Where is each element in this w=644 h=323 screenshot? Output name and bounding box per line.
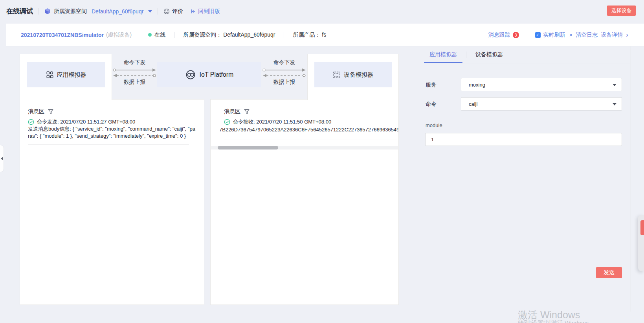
message-entry-status: 命令接收: 2021/07/20 11:51:50 GMT+08:00 (224, 118, 331, 126)
message-entry-status-text: 命令接收: 2021/07/20 11:51:50 GMT+08:00 (233, 118, 331, 126)
message-area-title-text: 消息区 (28, 108, 44, 115)
tab-divider (466, 52, 466, 58)
command-select[interactable]: caiji (461, 97, 622, 111)
iot-platform-box: IoT Platform (157, 62, 261, 87)
device-status: 在线 (148, 31, 165, 39)
command-label: 命令 (426, 101, 437, 108)
message-entry-body: 发送消息body信息: { "service_id": "moxing", "c… (28, 126, 197, 140)
divider (284, 32, 284, 38)
device-list-icon (333, 72, 340, 78)
tabs-bottom-border (424, 63, 630, 63)
resource-space-field-value: DefaultApp_60f6puqr (223, 31, 275, 38)
message-area-title-text: 消息区 (224, 108, 240, 115)
arrows-platform-device: 命令下发 数据上报 (262, 59, 306, 90)
product-field-label: 所属产品： (293, 31, 320, 38)
cube-icon (44, 8, 51, 15)
chevron-down-icon (613, 84, 616, 86)
send-button[interactable]: 发送 (596, 267, 622, 278)
command-down-label: 命令下发 (262, 59, 306, 66)
app-grid-icon (46, 71, 53, 78)
clear-logs-link[interactable]: 清空日志 (576, 31, 598, 39)
panel-separator (418, 46, 418, 312)
close-icon[interactable]: × (569, 31, 573, 38)
message-area-title: 消息区 (28, 108, 53, 115)
message-area-title: 消息区 (224, 108, 250, 115)
filter-icon[interactable] (48, 109, 53, 114)
chevron-down-icon (613, 103, 616, 105)
message-trace-badge: 3 (513, 32, 519, 38)
device-name-link[interactable]: 20210720T034701ZNBSimulator (21, 32, 104, 38)
back-to-old-label: 回到旧版 (198, 8, 220, 15)
module-label: module (426, 122, 442, 128)
app-selector-value: DefaultApp_60f6puqr (92, 8, 143, 15)
message-entry-status-text: 命令发送: 2021/07/20 11:51:27 GMT+08:00 (37, 118, 135, 126)
chevron-right-icon[interactable]: › (626, 31, 628, 39)
back-to-old-link[interactable]: 回到旧版 (190, 8, 220, 15)
service-select[interactable]: moxing (461, 78, 622, 91)
message-trace-link[interactable]: 消息跟踪 (488, 31, 510, 39)
return-icon (190, 9, 196, 14)
device-detail-link[interactable]: 设备详情 (601, 31, 623, 39)
select-device-button[interactable]: 选择设备 (607, 6, 636, 16)
app-message-card: 消息区 命令发送: 2021/07/20 11:51:27 GMT+08:00 … (20, 99, 204, 305)
feedback-handle[interactable] (640, 220, 644, 235)
online-debug-page: 在线调试 所属资源空间 DefaultApp_60f6puqr 评价 回到旧版 … (0, 0, 644, 323)
check-circle-icon (224, 119, 230, 125)
divider (158, 8, 158, 15)
message-entry-status: 命令发送: 2021/07/20 11:51:27 GMT+08:00 (28, 118, 135, 126)
status-dot (148, 33, 152, 37)
top-bar: 在线调试 所属资源空间 DefaultApp_60f6puqr 评价 回到旧版 … (0, 0, 644, 22)
resource-space-label: 所属资源空间 (54, 8, 87, 15)
message-entry-divider (224, 140, 397, 140)
realtime-refresh-label: 实时刷新 (543, 31, 565, 39)
tab-device-simulator[interactable]: 设备模拟器 (472, 46, 507, 63)
filter-icon[interactable] (244, 109, 250, 114)
device-bar-actions: 消息跟踪 3 ✓ 实时刷新 × 清空日志 设备详情 › (488, 31, 628, 39)
divider (174, 32, 174, 38)
divider (39, 8, 39, 15)
app-simulator-box-label: 应用模拟器 (57, 71, 86, 79)
horizontal-scrollbar (211, 146, 398, 150)
tab-app-simulator[interactable]: 应用模拟器 (424, 46, 462, 63)
device-type-label: (虚拟设备) (106, 31, 132, 39)
realtime-refresh-checkbox[interactable]: ✓ 实时刷新 (535, 31, 565, 39)
message-entry-body-hex: 7B226D736754797065223A22636C6F7564526571… (219, 127, 398, 133)
data-up-label: 数据上报 (262, 79, 306, 86)
rate-link[interactable]: 评价 (163, 8, 183, 15)
message-entry-divider (28, 144, 189, 145)
product-field-value: fs (322, 31, 326, 38)
device-simulator-box-label: 设备模拟器 (344, 71, 373, 79)
command-down-label: 命令下发 (112, 59, 157, 66)
checkbox-checked-icon: ✓ (535, 32, 541, 38)
iot-platform-box-label: IoT Platform (200, 71, 234, 78)
chevron-down-icon (148, 10, 152, 13)
smiley-icon (163, 8, 170, 15)
product-field: 所属产品： fs (293, 31, 326, 39)
service-label: 服务 (426, 81, 437, 89)
divider (527, 32, 527, 38)
app-selector[interactable]: DefaultApp_60f6puqr (92, 8, 152, 15)
app-simulator-box: 应用模拟器 (27, 62, 105, 87)
command-data-arrows (112, 68, 157, 78)
panel-scroll-gutter (630, 46, 631, 312)
check-circle-icon (28, 119, 34, 125)
page-title: 在线调试 (6, 7, 33, 16)
resource-space-field-label: 所属资源空间： (183, 31, 222, 38)
service-select-value: moxing (469, 82, 485, 88)
collapse-panel-handle[interactable] (0, 145, 4, 172)
windows-activation-watermark-subtext: 转到“设置”以激活 Windows (518, 319, 589, 323)
iot-logo-icon (185, 69, 196, 80)
rate-label: 评价 (172, 8, 183, 15)
device-simulator-box: 设备模拟器 (314, 62, 392, 87)
collapse-left-icon (1, 157, 3, 160)
status-text: 在线 (154, 31, 165, 39)
horizontal-scrollbar-thumb[interactable] (218, 146, 278, 150)
device-info-bar: 20210720T034701ZNBSimulator (虚拟设备) 在线 所属… (6, 24, 644, 46)
data-up-label: 数据上报 (112, 79, 157, 86)
arrows-app-platform: 命令下发 数据上报 (112, 59, 157, 90)
command-data-arrows (262, 68, 306, 78)
module-input[interactable] (425, 133, 622, 146)
device-message-card: 消息区 命令接收: 2021/07/20 11:51:50 GMT+08:00 … (210, 99, 399, 305)
command-select-value: caiji (469, 101, 477, 107)
resource-space-field: 所属资源空间： DefaultApp_60f6puqr (183, 31, 275, 39)
